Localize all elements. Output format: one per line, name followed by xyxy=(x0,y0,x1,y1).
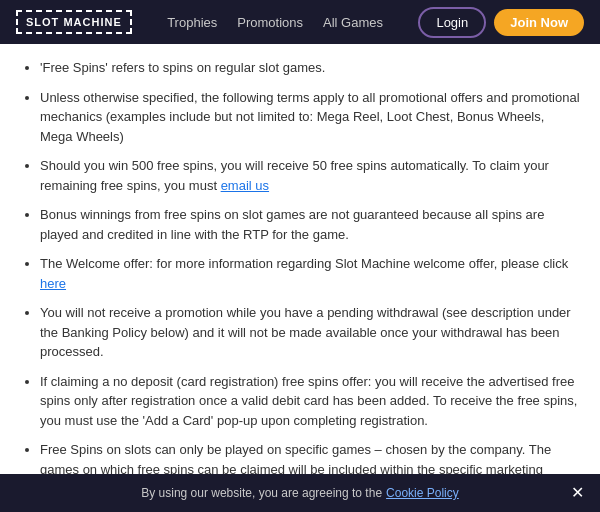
cookie-close-button[interactable]: ✕ xyxy=(571,485,584,501)
logo: SLOT MACHINE xyxy=(16,10,132,34)
list-item: The Welcome offer: for more information … xyxy=(40,254,580,293)
item-5-text-before: The Welcome offer: for more information … xyxy=(40,256,568,271)
list-item: 'Free Spins' refers to spins on regular … xyxy=(40,58,580,78)
nav-trophies[interactable]: Trophies xyxy=(167,15,217,30)
logo-area: SLOT MACHINE xyxy=(16,10,132,34)
nav-all-games[interactable]: All Games xyxy=(323,15,383,30)
cookie-policy-link[interactable]: Cookie Policy xyxy=(386,486,459,500)
item-3-text-before: Should you win 500 free spins, you will … xyxy=(40,158,549,193)
login-button[interactable]: Login xyxy=(418,7,486,38)
cookie-bar: By using our website, you are agreeing t… xyxy=(0,474,600,512)
header-buttons: Login Join Now xyxy=(418,7,584,38)
cookie-text-before: By using our website, you are agreeing t… xyxy=(141,486,382,500)
join-button[interactable]: Join Now xyxy=(494,9,584,36)
here-link[interactable]: here xyxy=(40,276,66,291)
list-item: Unless otherwise specified, the followin… xyxy=(40,88,580,147)
list-item: You will not receive a promotion while y… xyxy=(40,303,580,362)
content-area: 'Free Spins' refers to spins on regular … xyxy=(0,44,600,512)
list-item: If claiming a no deposit (card registrat… xyxy=(40,372,580,431)
terms-list: 'Free Spins' refers to spins on regular … xyxy=(20,58,580,512)
nav-links: Trophies Promotions All Games xyxy=(167,15,383,30)
list-item: Should you win 500 free spins, you will … xyxy=(40,156,580,195)
nav-promotions[interactable]: Promotions xyxy=(237,15,303,30)
email-us-link[interactable]: email us xyxy=(221,178,269,193)
header: SLOT MACHINE Trophies Promotions All Gam… xyxy=(0,0,600,44)
list-item: Bonus winnings from free spins on slot g… xyxy=(40,205,580,244)
